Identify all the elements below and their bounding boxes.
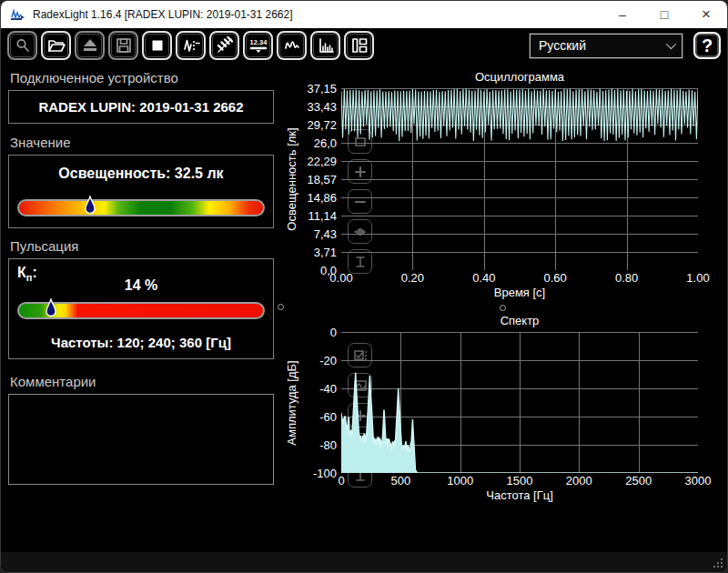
oscillogram-ylabel: Освещенность [лк]	[283, 88, 299, 270]
app-icon	[10, 7, 26, 22]
value-box: Освещенность: 32.5 лк	[8, 155, 274, 228]
oscillogram-zoom-out-button[interactable]	[348, 189, 372, 214]
x-tick: 3000	[685, 474, 712, 488]
toolbar-button-stop-measurement[interactable]	[142, 31, 172, 60]
floppy-save-icon	[115, 36, 133, 55]
spectrum-bars-icon	[317, 36, 335, 55]
fit-height-icon	[352, 467, 369, 484]
resize-grip-icon[interactable]	[713, 558, 723, 568]
titlebar: RadexLight 1.16.4 [RADEX LUPIN: 2019-01-…	[1, 1, 727, 28]
toolbar-button-open-file[interactable]	[41, 31, 71, 60]
toolbar-button-zoom-tool[interactable]	[7, 31, 37, 60]
spectrum-fit-height-button[interactable]	[348, 463, 372, 488]
y-tick: -40	[319, 382, 337, 396]
frequencies-text: Частоты: 120; 240; 360 [Гц]	[9, 335, 273, 350]
y-tick: 0	[330, 326, 337, 339]
oscillogram-title: Осциллограмма	[341, 70, 698, 85]
device-name: RADEX LUPIN: 2019-01-31 2662	[38, 99, 243, 115]
toolbar-button-numeric-display[interactable]: 12.34	[243, 31, 273, 60]
oscillogram-fit-width-button[interactable]	[348, 219, 372, 244]
oscillogram-xticks: 0.000.200.400.600.801.00	[341, 270, 698, 286]
spectrum-zoom-in-button[interactable]	[348, 403, 372, 427]
y-tick: 14,86	[307, 191, 337, 205]
close-button[interactable]: ×	[685, 1, 727, 28]
y-tick: 7,43	[314, 227, 337, 241]
oscillogram-fit-height-button[interactable]	[348, 249, 372, 274]
oscillogram-xlabel: Время [с]	[341, 286, 698, 301]
pulsation-section-label: Пульсация	[10, 238, 274, 254]
eject-icon	[81, 36, 99, 55]
x-tick: 2500	[625, 474, 652, 488]
toolbar-button-save-file[interactable]	[108, 31, 138, 60]
pulsation-marker-icon	[45, 298, 57, 320]
illuminance-scale	[17, 199, 265, 216]
language-select[interactable]: Русский	[530, 34, 682, 58]
x-tick: 0.20	[401, 271, 424, 285]
help-button[interactable]: ?	[693, 32, 721, 59]
toolbar: 12.34 Русский ?	[1, 28, 727, 63]
spectrum-xticks: 050010001500200025003000	[341, 473, 698, 488]
spectrum-zoom-out-button[interactable]	[348, 433, 372, 457]
x-tick: 1.00	[686, 271, 709, 285]
main-area: Подключенное устройство RADEX LUPIN: 201…	[1, 63, 727, 552]
illuminance-gradient-bar	[17, 199, 265, 216]
oscillogram-plot[interactable]	[341, 88, 698, 270]
toolbar-button-oscillogram-view[interactable]	[277, 31, 307, 60]
zoom-out-icon	[352, 194, 369, 210]
oscillogram-zoom-in-button[interactable]	[348, 159, 372, 184]
charts-panel: Осциллограмма Освещенность [лк] 37,1533,…	[283, 63, 727, 552]
toolbar-button-spectrum-view[interactable]	[310, 31, 340, 60]
y-tick: -80	[319, 438, 337, 452]
spectrum-title: Спектр	[341, 314, 698, 329]
zoom-in-icon	[352, 407, 369, 424]
toolbar-button-layout-panels[interactable]	[344, 31, 374, 60]
fit-height-icon	[352, 254, 369, 270]
layout-panels-icon	[350, 36, 369, 55]
y-tick: 3,71	[314, 246, 337, 259]
pulsation-box: Кп: 14 % Частоты: 120; 240; 360 [Гц]	[8, 258, 274, 359]
zoom-out-icon	[352, 437, 369, 454]
x-tick: 0.60	[544, 271, 567, 285]
device-section-label: Подключенное устройство	[10, 70, 274, 85]
language-value: Русский	[539, 38, 586, 53]
app-window: RadexLight 1.16.4 [RADEX LUPIN: 2019-01-…	[0, 0, 728, 573]
y-tick: 29,72	[307, 118, 337, 132]
minimize-button[interactable]: –	[602, 1, 643, 28]
x-tick: 0	[338, 474, 344, 488]
toolbar-button-flicker-settings[interactable]	[209, 31, 239, 60]
x-tick: 1500	[507, 474, 533, 488]
spectrum-auto-scale-button[interactable]	[348, 343, 372, 367]
spectrum-xlabel: Частота [Гц]	[341, 488, 698, 504]
chevron-down-icon	[666, 39, 676, 49]
y-tick: 37,15	[307, 82, 337, 96]
stop-icon	[148, 36, 167, 55]
maximize-button[interactable]: □	[643, 1, 685, 28]
zoom-in-icon	[352, 164, 369, 180]
toolbar-button-eject-device[interactable]	[75, 31, 105, 60]
oscillogram-icon	[283, 36, 301, 55]
oscillogram-zoom-box-button[interactable]	[348, 129, 372, 154]
spectrum-yticks: 0-20-40-60-80-100	[299, 332, 341, 473]
kp-value: 14 %	[9, 277, 273, 294]
toolbar-button-pulse-settings[interactable]	[176, 31, 206, 60]
y-tick: -20	[319, 354, 337, 367]
spectrum-curve-mode-button[interactable]	[348, 373, 372, 397]
illuminance-reading: Освещенность: 32.5 лк	[9, 166, 273, 182]
left-panel: Подключенное устройство RADEX LUPIN: 201…	[1, 63, 283, 552]
flicker-hatch-icon	[216, 36, 234, 55]
y-tick: -100	[313, 467, 337, 480]
y-tick: 22,29	[307, 155, 337, 168]
horizontal-splitter-grip[interactable]	[500, 305, 506, 311]
spectrum-chart: Спектр Амплитуда [дБ] 0-20-40-60-80-100 …	[283, 314, 727, 504]
auto-scale-icon	[352, 347, 369, 364]
x-tick: 500	[390, 474, 410, 488]
spectrum-plot[interactable]	[341, 332, 698, 473]
x-tick: 1000	[447, 474, 473, 488]
x-tick: 0.40	[472, 271, 495, 285]
y-tick: 18,57	[307, 173, 337, 186]
illuminance-marker-icon	[84, 196, 96, 217]
open-folder-icon	[47, 36, 66, 55]
window-title: RadexLight 1.16.4 [RADEX LUPIN: 2019-01-…	[33, 8, 293, 21]
comments-input[interactable]	[8, 394, 274, 485]
pulse-wave-icon	[182, 36, 200, 55]
